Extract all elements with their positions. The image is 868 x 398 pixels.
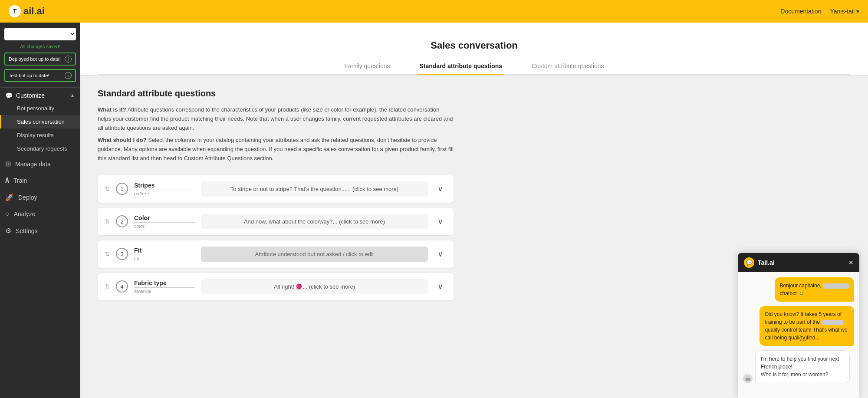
expand-btn-3[interactable]: ∨ <box>434 247 447 260</box>
topbar-right: Documentation Yanis-tail ▾ <box>780 8 859 15</box>
section-content: Standard attribute questions What is it?… <box>80 76 471 319</box>
sort-arrows-4: ⇅ <box>105 283 110 290</box>
deploy-label: Deploy <box>18 194 37 201</box>
sidebar-top: All changes saved! Deployed bot up to da… <box>0 23 80 88</box>
expand-btn-1[interactable]: ∨ <box>434 182 447 195</box>
train-icon: A <box>5 177 9 184</box>
attr-name-4: Fabric type <box>134 280 195 288</box>
sidebar-item-deploy[interactable]: 🚀 Deploy <box>0 189 80 206</box>
customize-nav: Bot personality Sales conversation Displ… <box>0 102 80 155</box>
page-header: Sales conversation Family questions Stan… <box>80 23 868 76</box>
train-label: Train <box>13 177 27 184</box>
attr-sub-3: Fit <box>134 256 195 261</box>
sales-conversation-label: Sales conversation <box>17 118 65 125</box>
customize-title: 💬 Customize <box>5 92 45 99</box>
tab-custom-attribute-questions[interactable]: Custom attribute questions <box>530 58 606 75</box>
tab-family-questions[interactable]: Family questions <box>342 58 391 75</box>
what-should-label: What should I do? <box>98 137 147 143</box>
sort-arrows-2: ⇅ <box>105 218 110 225</box>
chat-header: 💬 Tail.ai × <box>738 253 859 272</box>
page-title: Sales conversation <box>98 31 851 58</box>
bot-selector[interactable] <box>4 28 76 40</box>
doc-link[interactable]: Documentation <box>780 8 821 15</box>
sidebar-item-settings[interactable]: ⚙ Settings <box>0 222 80 239</box>
attr-sub-4: Material <box>134 289 195 294</box>
display-results-label: Display results <box>17 132 54 138</box>
customize-icon: 💬 <box>5 92 13 99</box>
attr-question-3[interactable]: Attribute understood but not asked / cli… <box>201 247 428 262</box>
what-is-it-label: What is it? <box>98 106 126 113</box>
bot-personality-label: Bot personality <box>17 105 54 112</box>
settings-icon: ⚙ <box>5 227 11 235</box>
manage-data-label: Manage data <box>15 161 51 168</box>
chat-body: Bonjour capitaine, chatbot 😊 Did you kno… <box>738 272 859 398</box>
expand-btn-2[interactable]: ∨ <box>434 215 447 228</box>
attr-name-3: Fit <box>134 247 195 255</box>
attr-name-1: Stripes <box>134 182 195 190</box>
test-bot-btn[interactable]: Test bot up to date! i <box>4 69 76 82</box>
attr-name-block-1: Stripes pattern <box>134 182 195 196</box>
sidebar-item-manage-data[interactable]: ⊞ Manage data <box>0 155 80 172</box>
attr-name-block-3: Fit Fit <box>134 247 195 261</box>
tab-standard-attribute-questions[interactable]: Standard attribute questions <box>418 58 504 75</box>
attribute-row-2: ⇅ 2 Color color And now, what about the … <box>98 208 454 235</box>
logo-icon: T <box>9 5 21 17</box>
sidebar: All changes saved! Deployed bot up to da… <box>0 23 80 398</box>
attribute-row-1: ⇅ 1 Stripes pattern To stripe or not to … <box>98 175 454 203</box>
deployed-btn-label: Deployed bot up to date! <box>9 56 61 62</box>
saved-status: All changes saved! <box>4 44 76 49</box>
topbar: T ail.ai Documentation Yanis-tail ▾ <box>0 0 868 23</box>
sidebar-item-sales-conversation[interactable]: Sales conversation <box>0 115 80 128</box>
chat-message-3-row: 🤖 I'm here to help you find your next Fr… <box>743 350 854 383</box>
attr-name-block-4: Fabric type Material <box>134 280 195 294</box>
attr-question-2[interactable]: And now, what about the colorway?... (cl… <box>201 214 428 229</box>
sidebar-item-secondary-requests[interactable]: Secondary requests <box>0 142 80 155</box>
attr-name-block-2: Color color <box>134 214 195 229</box>
row-number-4: 4 <box>116 280 128 293</box>
attr-name-2: Color <box>134 214 195 223</box>
sort-handle-3[interactable]: ⇅ <box>105 250 110 257</box>
deployed-info-icon[interactable]: i <box>65 56 72 62</box>
chat-header-left: 💬 Tail.ai <box>744 257 775 268</box>
attr-question-1[interactable]: To stripe or not to stripe? That's the q… <box>201 181 428 197</box>
what-should-text: Select the columns in your catalog conta… <box>98 137 454 161</box>
customize-section[interactable]: 💬 Customize ▲ <box>0 88 80 102</box>
chat-widget: 💬 Tail.ai × Bonjour capitaine, chatbot 😊… <box>738 253 859 398</box>
section-heading: Standard attribute questions <box>98 89 454 99</box>
sidebar-item-analyze[interactable]: ○ Analyze <box>0 206 80 222</box>
tab-bar: Family questions Standard attribute ques… <box>98 58 851 75</box>
secondary-requests-label: Secondary requests <box>17 145 67 152</box>
row-number-2: 2 <box>116 215 128 227</box>
customize-label: Customize <box>16 92 45 99</box>
sort-arrows-3: ⇅ <box>105 250 110 257</box>
test-btn-label: Test bot up to date! <box>9 73 49 78</box>
chat-message-1: Bonjour capitaine, chatbot 😊 <box>775 277 854 302</box>
what-is-it-text: Attribute questions correspond to the ch… <box>98 106 453 131</box>
chat-close-btn[interactable]: × <box>848 259 853 266</box>
chat-message-2: Did you know? It takes 5 years of traini… <box>760 306 854 346</box>
user-menu[interactable]: Yanis-tail ▾ <box>830 8 859 15</box>
user-chevron: ▾ <box>856 8 859 15</box>
user-name: Yanis-tail <box>830 8 855 15</box>
settings-label: Settings <box>16 227 38 234</box>
sidebar-item-display-results[interactable]: Display results <box>0 128 80 142</box>
expand-btn-4[interactable]: ∨ <box>434 280 447 293</box>
logo: T ail.ai <box>9 5 45 17</box>
attribute-row-4: ⇅ 4 Fabric type Material All right! 🧶...… <box>98 273 454 300</box>
deployed-bot-btn[interactable]: Deployed bot up to date! i <box>4 53 76 66</box>
sort-handle-4[interactable]: ⇅ <box>105 283 110 290</box>
what-should-desc: What should I do? Select the columns in … <box>98 136 454 163</box>
analyze-label: Analyze <box>14 211 36 217</box>
sort-handle-1[interactable]: ⇅ <box>105 185 110 192</box>
sidebar-item-train[interactable]: A Train <box>0 172 80 189</box>
deploy-icon: 🚀 <box>5 193 14 201</box>
attribute-row-3: ⇅ 3 Fit Fit Attribute understood but not… <box>98 240 454 268</box>
sidebar-item-bot-personality[interactable]: Bot personality <box>0 102 80 115</box>
what-is-it-desc: What is it? Attribute questions correspo… <box>98 105 454 132</box>
attr-sub-2: color <box>134 224 195 229</box>
test-info-icon[interactable]: i <box>65 72 72 79</box>
chat-title: Tail.ai <box>758 259 775 266</box>
chat-avatar: 🤖 <box>743 374 753 383</box>
attr-question-4[interactable]: All right! 🧶... (click to see more) <box>201 279 428 294</box>
sort-handle-2[interactable]: ⇅ <box>105 218 110 225</box>
